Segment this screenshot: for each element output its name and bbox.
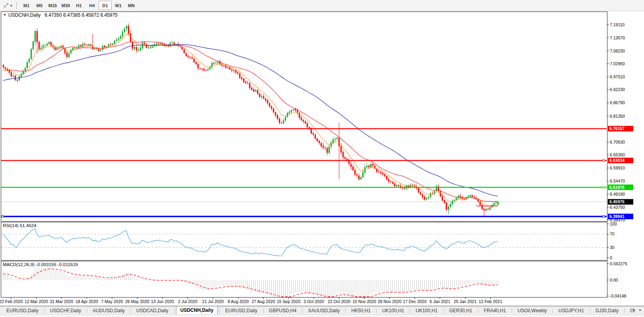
tab-separator: [376, 308, 377, 313]
timeframe-button-m15[interactable]: M15: [46, 1, 59, 10]
ma-sma21-line: [3, 42, 498, 202]
date-axis-label: 22 Oct 2020: [328, 299, 350, 304]
tab-separator: [478, 308, 478, 313]
tab-separator: [302, 308, 302, 313]
chart-tab-xauusd-daily[interactable]: XAUUSD,Daily: [304, 307, 344, 315]
ma-sma55-line: [3, 45, 498, 196]
price-axis-tick: 6.86790: [610, 100, 625, 105]
panel-borders: [1, 12, 607, 298]
chart-tab-usoil-weekly[interactable]: USOil,Weekly: [514, 307, 551, 315]
chart-tab-dj30-daily[interactable]: DJ30,Daily: [592, 307, 623, 315]
tab-separator: [44, 308, 44, 313]
timeframe-button-mn[interactable]: MN: [125, 1, 138, 10]
chart-tab-uk100-h1[interactable]: UK100,H1: [412, 307, 441, 315]
current-price-badge: 6.45975: [609, 199, 625, 204]
chart-tab-audusd-daily[interactable]: AUDUSD,Daily: [89, 307, 129, 315]
chart-tab-usdcnh-daily[interactable]: USDCNH,Daily: [176, 306, 218, 315]
date-axis-label: 3 Oct 2020: [304, 299, 324, 304]
timeframe-button-w1[interactable]: W1: [112, 1, 125, 10]
chart-tab-gbpusd-h4[interactable]: GBPUSD,H4: [265, 307, 300, 315]
date-axis-label: 8 Aug 2020: [228, 299, 249, 304]
date-axis-label: 27 Aug 2020: [252, 299, 275, 304]
price-axis-tick: 6.92230: [610, 87, 625, 92]
chart-ohlc-readout: 6.47350 6.47385 6.45872 6.45975: [44, 12, 118, 18]
date-axis-label: 26 May 2020: [125, 299, 149, 304]
timeframe-button-h4[interactable]: H4: [85, 1, 99, 10]
price-axis-tick: 6.59910: [610, 165, 625, 170]
chart-title: ▼USDCNH,Daily6.47350 6.47385 6.45872 6.4…: [3, 12, 118, 18]
date-axis-label: 31 Mar 2020: [50, 299, 73, 304]
date-axis-label: 2 Jul 2020: [178, 299, 197, 304]
date-axis-label: 22 Feb 2020: [0, 299, 23, 304]
price-axis-tick: 7.02950: [610, 61, 625, 66]
chart-symbol-label: USDCNH,Daily: [8, 12, 41, 18]
date-axis-label: 15 Sep 2020: [277, 299, 301, 304]
price-axis-tick: 6.97510: [610, 74, 625, 79]
chart-tab-eurusd-daily[interactable]: EURUSD,Daily: [221, 307, 261, 315]
chart-tab-usdjpy-h1[interactable]: USDJPY,H1: [554, 307, 588, 315]
price-axis-tick: 6.70630: [610, 140, 625, 144]
rsi-panel[interactable]: [1, 228, 607, 256]
tab-separator: [130, 308, 131, 313]
tab-separator: [87, 308, 87, 313]
timeframe-button-m5[interactable]: M5: [33, 1, 46, 10]
tabs-scroll-right-icon[interactable]: ►: [638, 307, 643, 313]
cursor-tool-button[interactable]: ⤢: [2, 1, 10, 10]
date-axis-label: 6 Jan 2021: [430, 299, 451, 304]
tab-separator: [174, 308, 174, 313]
mt4-terminal: 7.191107.136707.082307.029506.975106.922…: [0, 0, 644, 317]
tab-separator: [512, 308, 512, 313]
price-axis-tick: 7.08230: [610, 49, 625, 53]
tab-separator: [590, 308, 590, 313]
rsi-axis-tick: 100: [610, 222, 617, 226]
hline-price-badge: 6.76157: [609, 126, 625, 131]
date-axis-label: 7 May 2020: [101, 299, 123, 304]
toolbar-grip[interactable]: [16, 2, 17, 9]
date-axis-label: 12 Feb 2021: [479, 299, 502, 304]
price-axis[interactable]: 7.191107.136707.082307.029506.975106.922…: [607, 22, 634, 299]
price-axis-tick: 6.65350: [610, 152, 625, 157]
timeframe-button-m1[interactable]: M1: [20, 1, 33, 10]
chart-tab-eurusd-daily[interactable]: EURUSD,Daily: [2, 307, 43, 315]
price-axis-tick: 6.43750: [610, 205, 625, 210]
timeframe-button-group: M1M5M15M30H1H4D1W1MN: [20, 1, 138, 10]
macd-axis-tick: 0.00: [610, 278, 618, 282]
chart-tab-usdchf-daily[interactable]: USDCHF,Daily: [46, 307, 85, 315]
chart-tab-fra40-h1[interactable]: FRA40,H1: [480, 307, 510, 315]
chart-dropdown-icon[interactable]: ▼: [3, 13, 6, 17]
tab-separator: [443, 308, 444, 313]
macd-axis-tick: 0.042275: [610, 261, 627, 266]
chart-tab-usdcad-daily[interactable]: USDCAD,Daily: [132, 307, 172, 315]
toolbar: ⤢ ▾ M1M5M15M30H1H4D1W1MN: [0, 0, 644, 11]
chart-tab-uk100-h1[interactable]: UK100,H1: [378, 307, 408, 315]
date-axis[interactable]: 22 Feb 202012 Mar 202031 Mar 202018 Apr …: [0, 298, 502, 304]
tab-scroll-arrows: ◄ ►: [630, 307, 643, 313]
date-axis-label: 17 Dec 2020: [403, 299, 427, 304]
date-axis-label: 21 Jul 2020: [202, 299, 224, 304]
tab-separator: [624, 308, 625, 313]
rsi-axis-tick: 70: [610, 231, 615, 236]
horizontal-line-objects[interactable]: [1, 128, 607, 217]
price-axis-tick: 6.49190: [610, 192, 625, 196]
rsi-indicator-label: RSI(14) 51.4524: [3, 223, 36, 228]
timeframe-button-h1[interactable]: H1: [72, 1, 85, 10]
timeframe-button-m30[interactable]: M30: [59, 1, 72, 10]
price-axis-tick: 6.81350: [610, 114, 625, 119]
chart-tab-hk50-h1[interactable]: HK50,H1: [347, 307, 375, 315]
chart-canvas[interactable]: 7.191107.136707.082307.029506.975106.922…: [0, 0, 644, 306]
timeframe-button-d1[interactable]: D1: [99, 1, 112, 10]
macd-panel[interactable]: [3, 267, 498, 297]
rsi-axis-tick: 30: [610, 245, 615, 250]
tabs-scroll-left-icon[interactable]: ◄: [630, 307, 636, 313]
chart-tab-bar: EURUSD,DailyUSDCHF,DailyAUDUSD,DailyUSDC…: [0, 306, 644, 315]
price-axis-tick: 7.13670: [610, 35, 625, 40]
date-axis-label: 18 Apr 2020: [75, 299, 98, 304]
tab-separator: [263, 308, 263, 313]
dropdown-caret-icon[interactable]: ▾: [10, 4, 14, 8]
tab-separator: [552, 308, 553, 313]
date-axis-label: 12 Mar 2020: [25, 299, 48, 304]
date-axis-label: 10 Nov 2020: [352, 299, 376, 304]
rsi-axis-tick: 0: [610, 255, 612, 260]
price-axis-tick: 6.54470: [610, 179, 625, 183]
chart-tab-ger30-h1[interactable]: GER30,H1: [445, 307, 476, 315]
